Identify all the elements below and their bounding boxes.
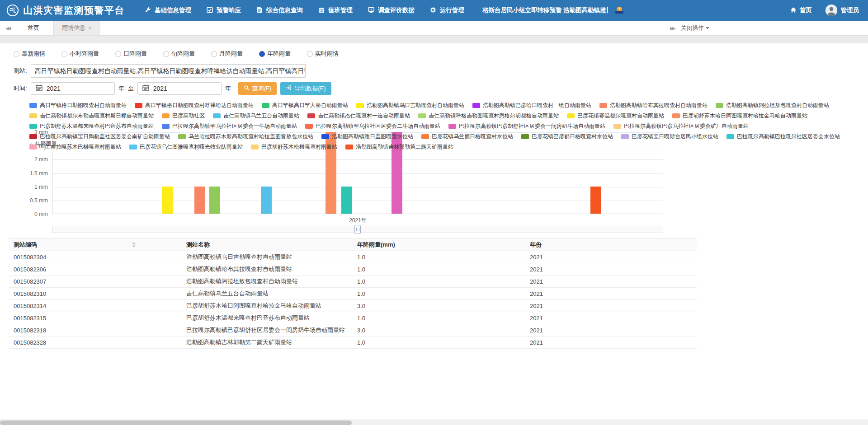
station-input[interactable]: 高日罕镇格日勒图嘎查村自动雨量站,高日罕镇格日勒图嘎查村呼禅哈达自动雨量站,高日…: [31, 64, 306, 78]
legend-item[interactable]: 浩勒图高勒镇巴彦哈日嘎查村一组自动雨量站: [472, 102, 591, 109]
close-operations-dropdown[interactable]: 关闭操作: [681, 24, 709, 32]
legend-item[interactable]: 巴彦花镇赛温都尔嘎查村自动雨量站: [567, 112, 664, 120]
legend-item[interactable]: 浩勒图高勒镇阿拉坦敖包嘎查村自动雨量站: [716, 102, 829, 109]
tab-close-icon[interactable]: ×: [88, 24, 92, 31]
rainfall-chart: 高日罕镇格日勒图嘎查村自动雨量站 高日罕镇格日勒图嘎查村呼禅哈达自动雨量站 高日…: [9, 102, 859, 236]
legend-item[interactable]: 吉仁高勒镇呼格吉勒图嘎查村恩格尔胡都格自动雨量站: [418, 112, 559, 120]
query-button[interactable]: 查询(F): [238, 82, 277, 95]
legend-item[interactable]: 吉仁高勒镇都尔布勒吉嘎查村斯日棚自动雨量站: [29, 112, 154, 120]
station-label: 测站:: [14, 67, 27, 75]
export-icon: [286, 85, 292, 92]
sort-icon[interactable]: [132, 243, 136, 248]
legend-item[interactable]: 高日罕镇格日勒图嘎查村呼禅哈达自动雨量站: [135, 102, 254, 109]
chart-bar: [261, 187, 272, 214]
legend-item[interactable]: 高日罕镇高日罕大桥自动雨量站: [262, 102, 348, 109]
legend-item[interactable]: 乌兰哈拉嘎苏木新高勒嘎查村哈拉盖图音敖包水位站: [178, 133, 313, 140]
table-cell: 2021: [525, 276, 697, 288]
legend-item[interactable]: 吉仁高勒镇乌兰五台自动雨量站: [213, 112, 299, 120]
user-avatar[interactable]: [826, 5, 837, 16]
chart-bar: [194, 187, 205, 214]
nav-menu-item-3[interactable]: 综合信息查询: [256, 6, 303, 14]
legend-item[interactable]: 浩勒图高勒镇乌日吉勒嘎查村自动雨量站: [356, 102, 464, 109]
table-row[interactable]: 0015082306浩勒图高勒镇哈布其拉嘎查村自动雨量站1.02021: [9, 263, 697, 276]
radio-icon: [61, 51, 67, 57]
legend-item[interactable]: 巴彦花镇乌兰额日格嘎查村水位站: [421, 133, 513, 140]
user-menu[interactable]: 管理员: [841, 6, 859, 14]
table-row[interactable]: 0015082304浩勒图高勒镇乌日吉勒嘎查村自动雨量站1.02021: [9, 251, 697, 263]
legend-item[interactable]: 巴彦花镇宝日嘎斯台居民小组水位站: [621, 133, 718, 140]
legend-item[interactable]: 浩勒图高勒镇哈布其拉嘎查村自动雨量站: [599, 102, 708, 109]
radio-option-1[interactable]: 最新雨情: [14, 50, 45, 58]
tab-strip: ◀◀ 首页 雨情信息× ▶▶ 关闭操作: [0, 21, 868, 35]
legend-item[interactable]: 浩勒图高勒镇吉林郭勒第二露天矿雨量站: [345, 143, 453, 151]
legend-swatch: [356, 103, 364, 108]
table-row[interactable]: 0015082310吉仁高勒镇乌兰五台自动雨量站1.02021: [9, 288, 697, 300]
horizontal-scrollbar[interactable]: [0, 420, 868, 425]
legend-swatch: [567, 113, 575, 118]
legend-swatch: [621, 134, 629, 139]
legend-item[interactable]: 巴拉嘎尔高勒镇宝日陶勒盖社区居委会南矿自动雨量站: [29, 133, 170, 140]
content-divider: [0, 35, 868, 43]
table-row[interactable]: 0015082328浩勒图高勒镇吉林郭勒第二露天矿雨量站1.02021: [9, 336, 697, 349]
legend-item[interactable]: 巴彦胡舒苏木温都来嘎查村巴音苏布自动雨量站: [29, 122, 154, 130]
app-logo[interactable]: 山洪灾害监测预警平台: [6, 4, 125, 17]
tabs-expand-right-icon[interactable]: ▶▶: [670, 26, 675, 31]
table-row[interactable]: 0015082314巴彦胡舒苏木哈日阿图嘎查村哈拉金马哈自动雨量站3.02021: [9, 300, 697, 312]
station-field-row: 测站: 高日罕镇格日勒图嘎查村自动雨量站,高日罕镇格日勒图嘎查村呼禅哈达自动雨量…: [14, 64, 306, 78]
horizontal-scrollbar-thumb[interactable]: [0, 420, 352, 425]
table-row[interactable]: 0015082307浩勒图高勒镇阿拉坦敖包嘎查村自动雨量站1.02021: [9, 276, 697, 288]
table-cell: 1.0: [353, 251, 525, 263]
tabs-collapse-left-icon[interactable]: ◀◀: [5, 21, 9, 35]
nav-menu-item-1[interactable]: 基础信息管理: [145, 6, 191, 14]
datazoom-slider-track[interactable]: [52, 226, 663, 233]
legend-item[interactable]: 巴拉嘎尔高勒镇罕乌拉社区居委会二牛场自动雨量站: [305, 122, 440, 130]
nav-menu-item-2[interactable]: 预警响应: [207, 6, 241, 14]
page-title: 山洪灾害监测预警平台: [23, 4, 125, 17]
legend-item[interactable]: 巴彦胡舒苏木哈日阿图嘎查村哈拉金马哈自动雨量站: [672, 112, 807, 120]
table-cell: 1.0: [353, 288, 525, 300]
table-row[interactable]: 0015082315巴彦胡舒苏木温都来嘎查村巴音苏布自动雨量站1.02021: [9, 312, 697, 324]
legend-item[interactable]: 吉仁高勒镇杰仁嘎查村一连自动雨量站: [307, 112, 410, 120]
radio-option-5[interactable]: 月降雨量: [211, 50, 243, 58]
legend-item[interactable]: 浩勒图高勒镇雅日盖图嘎查水位站: [321, 133, 413, 140]
nav-menu-item-5[interactable]: 调查评价数据: [368, 6, 415, 14]
table-row[interactable]: 0015082318巴拉嘎尔高勒镇巴彦胡舒社区居委会一间房奶牛场自动雨量站3.0…: [9, 324, 697, 336]
table-cell: 0015082318: [9, 324, 182, 336]
legend-item[interactable]: 高日罕镇格日勒图嘎查村自动雨量站: [29, 102, 127, 109]
export-data-button[interactable]: 导出数据(E): [280, 82, 331, 95]
nav-menu-item-6[interactable]: 运行管理: [430, 6, 464, 14]
station-data-table: 测站编码测站名称年降雨量(mm)年份 0015082304浩勒图高勒镇乌日吉勒嘎…: [9, 238, 697, 349]
radio-option-4[interactable]: 旬降雨量: [163, 50, 195, 58]
legend-item[interactable]: 巴彦高勒社区: [162, 112, 205, 120]
legend-swatch: [251, 145, 259, 149]
radio-option-7[interactable]: 实时雨情: [307, 50, 339, 58]
legend-item[interactable]: 巴拉嘎尔高勒镇罕乌拉社区居委会一牛场自动雨量站: [162, 122, 297, 130]
x-axis-tick: 2021年: [52, 217, 663, 224]
legend-item[interactable]: 巴拉嘎尔高勒镇巴彦乌拉社区居委会矿厂自动雨量站: [613, 122, 749, 130]
nav-home-button[interactable]: 首页: [790, 6, 812, 14]
legend-swatch: [716, 103, 723, 108]
table-cell: 0015082315: [9, 312, 182, 324]
chart-legend: 高日罕镇格日勒图嘎查村自动雨量站 高日罕镇格日勒图嘎查村呼禅哈达自动雨量站 高日…: [29, 102, 848, 154]
legend-item[interactable]: 巴彦胡舒苏木松根嘎查村雨量站: [251, 143, 337, 151]
year-to-input[interactable]: 2021: [137, 82, 222, 95]
legend-swatch: [418, 113, 426, 118]
legend-item[interactable]: 乌兰哈拉嘎苏木巴棋嘎查村雨量站: [29, 143, 121, 151]
chart-bar: [341, 187, 352, 214]
radio-option-6[interactable]: 年降雨量: [259, 50, 291, 58]
legend-item[interactable]: 巴彦花镇巴彦都日格嘎查村水位站: [521, 133, 613, 140]
legend-swatch: [135, 103, 142, 108]
year-from-input[interactable]: 2021: [31, 82, 115, 95]
radio-option-3[interactable]: 日降雨量: [115, 50, 147, 58]
legend-item[interactable]: 巴彦花镇乌仁图雅嘎查村曙光牧业队雨量站: [129, 143, 243, 151]
legend-swatch: [613, 124, 621, 129]
legend-swatch: [162, 124, 170, 129]
legend-item[interactable]: 巴拉嘎尔高勒镇巴拉嘎尔社区居委会水位站: [726, 133, 840, 140]
tab-home[interactable]: 首页: [16, 21, 51, 35]
radio-option-2[interactable]: 小时降雨量: [61, 50, 99, 58]
datazoom-slider-handle[interactable]: [354, 225, 361, 234]
nav-menu-item-4[interactable]: 值班管理: [318, 6, 353, 14]
legend-item[interactable]: 巴拉嘎尔高勒镇巴彦胡舒社区居委会一间房奶牛场自动雨量站: [448, 122, 605, 130]
table-column-header[interactable]: 测站编码: [9, 239, 182, 251]
tab-rain-info[interactable]: 雨情信息×: [53, 21, 100, 35]
